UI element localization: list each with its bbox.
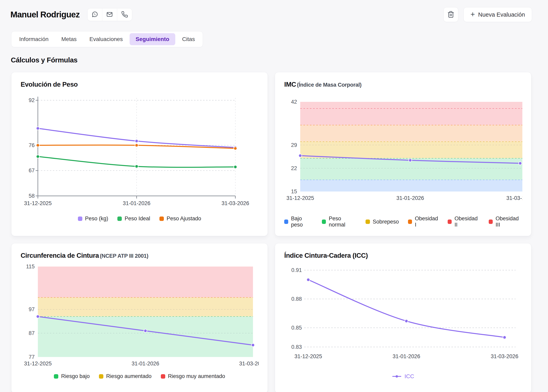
legend-label: Sobrepeso — [373, 219, 399, 225]
weight-evolution-chart: 5867769231-12-202531-01-202631-03-2026 — [21, 90, 259, 213]
svg-text:0.83: 0.83 — [291, 344, 302, 350]
svg-text:29: 29 — [291, 142, 297, 148]
legend-item: Riesgo muy aumentado — [161, 373, 225, 379]
svg-text:115: 115 — [26, 264, 35, 270]
svg-text:31-03-2026: 31-03-2026 — [491, 353, 518, 359]
legend-swatch-icon — [284, 219, 288, 224]
svg-text:31-12-2025: 31-12-2025 — [24, 361, 52, 367]
legend-label: Bajo peso — [291, 216, 313, 228]
legend-swatch-icon — [78, 217, 82, 221]
legend-item: Obesidad III — [489, 216, 522, 228]
delete-button[interactable] — [443, 7, 458, 22]
svg-text:31-12-2025: 31-12-2025 — [286, 195, 314, 201]
phone-button[interactable] — [117, 8, 132, 21]
tab-informacion[interactable]: Información — [13, 33, 54, 45]
legend-label: Peso (kg) — [85, 216, 108, 222]
svg-text:42: 42 — [291, 99, 297, 105]
bmi-title: IMC (Índice de Masa Corporal) — [284, 81, 522, 88]
waist-circumference-card: Circunferencia de Cintura (NCEP ATP III … — [11, 243, 268, 392]
svg-text:77: 77 — [29, 354, 35, 360]
weight-evolution-legend: Peso (kg)Peso IdealPeso Ajustado — [21, 216, 258, 222]
tab-metas[interactable]: Metas — [55, 33, 83, 45]
legend-item: ICC — [392, 373, 414, 380]
legend-swatch-icon — [54, 374, 58, 378]
plus-icon: + — [470, 10, 475, 18]
legend-item: Peso (kg) — [78, 216, 108, 222]
svg-text:31-03-2026: 31-03-2026 — [239, 361, 259, 367]
svg-text:0.91: 0.91 — [291, 267, 302, 273]
svg-text:87: 87 — [29, 330, 35, 336]
waist-circumference-title: Circunferencia de Cintura (NCEP ATP III … — [21, 252, 258, 259]
legend-swatch-icon — [489, 219, 493, 224]
bmi-chart: 1522294231-12-202531-01-202631-03-2026 — [284, 90, 522, 213]
svg-text:31-01-2026: 31-01-2026 — [123, 200, 151, 206]
waist-hip-ratio-card: Índice Cintura-Cadera (ICC) 0.830.850.88… — [275, 243, 531, 392]
svg-text:31-12-2025: 31-12-2025 — [295, 353, 322, 359]
legend-swatch-icon — [448, 219, 452, 224]
whatsapp-icon — [91, 11, 98, 18]
legend-item: Bajo peso — [284, 216, 313, 228]
section-title: Cálculos y Fórmulas — [11, 56, 548, 64]
legend-item: Sobrepeso — [366, 219, 399, 225]
waist-hip-ratio-legend: ICC — [284, 373, 522, 380]
legend-swatch-icon — [161, 374, 165, 378]
contact-button-group — [87, 8, 132, 21]
waist-hip-ratio-title: Índice Cintura-Cadera (ICC) — [284, 252, 522, 259]
svg-text:15: 15 — [291, 189, 297, 195]
legend-label: ICC — [404, 373, 414, 380]
bmi-card: IMC (Índice de Masa Corporal) 1522294231… — [275, 72, 531, 236]
charts-grid: Evolución de Peso 5867769231-12-202531-0… — [11, 72, 548, 392]
bmi-legend: Bajo pesoPeso normalSobrepesoObesidad IO… — [284, 216, 522, 228]
legend-item: Peso Ideal — [117, 216, 150, 222]
legend-label: Obesidad I — [415, 216, 439, 228]
tabbar: InformaciónMetasEvaluacionesSeguimientoC… — [11, 31, 203, 47]
mail-icon — [106, 11, 113, 18]
legend-label: Riesgo muy aumentado — [168, 373, 225, 379]
legend-swatch-icon — [366, 219, 370, 224]
legend-label: Peso normal — [329, 216, 356, 228]
weight-evolution-title: Evolución de Peso — [21, 81, 258, 88]
svg-text:31-12-2025: 31-12-2025 — [24, 200, 52, 206]
patient-name: Manuel Rodriguez — [10, 10, 80, 19]
svg-text:58: 58 — [29, 193, 35, 199]
legend-swatch-icon — [408, 219, 412, 224]
legend-label: Riesgo bajo — [61, 373, 90, 379]
waist-circumference-legend: Riesgo bajoRiesgo aumentadoRiesgo muy au… — [21, 373, 258, 379]
legend-label: Peso Ideal — [125, 216, 150, 222]
page: Manuel Rodriguez — [0, 0, 548, 392]
svg-text:22: 22 — [291, 165, 297, 171]
tab-citas[interactable]: Citas — [176, 33, 201, 45]
svg-text:92: 92 — [29, 97, 35, 103]
legend-item: Riesgo aumentado — [99, 373, 152, 379]
svg-text:31-01-2026: 31-01-2026 — [396, 195, 424, 201]
email-button[interactable] — [102, 8, 117, 21]
weight-evolution-card: Evolución de Peso 5867769231-12-202531-0… — [11, 72, 268, 236]
legend-label: Peso Ajustado — [167, 216, 201, 222]
svg-text:0.88: 0.88 — [291, 296, 302, 302]
legend-swatch-icon — [159, 217, 164, 221]
svg-text:97: 97 — [29, 306, 35, 312]
tab-evaluaciones[interactable]: Evaluaciones — [84, 33, 129, 45]
trash-icon — [447, 11, 454, 19]
svg-text:31-01-2026: 31-01-2026 — [393, 353, 420, 359]
waist-hip-ratio-chart: 0.830.850.880.9131-12-202531-01-202631-0… — [284, 261, 522, 370]
svg-text:31-03-2026: 31-03-2026 — [222, 200, 249, 206]
legend-label: Riesgo aumentado — [106, 373, 152, 379]
legend-item: Peso Ajustado — [159, 216, 201, 222]
legend-item: Peso normal — [322, 216, 356, 228]
svg-text:31-03-2026: 31-03-2026 — [506, 195, 522, 201]
legend-swatch-icon — [322, 219, 326, 224]
waist-circumference-chart: 77879711531-12-202531-01-202631-03-2026 — [21, 261, 259, 370]
phone-icon — [121, 11, 128, 18]
legend-label: Obesidad III — [496, 216, 522, 228]
whatsapp-button[interactable] — [87, 8, 102, 21]
svg-text:76: 76 — [29, 142, 35, 148]
legend-item: Riesgo bajo — [54, 373, 90, 379]
legend-swatch-icon — [99, 374, 103, 378]
new-evaluation-button[interactable]: + Nueva Evaluación — [463, 7, 532, 22]
legend-swatch-icon — [117, 217, 122, 221]
svg-text:67: 67 — [29, 168, 35, 174]
legend-item: Obesidad II — [448, 216, 479, 228]
tab-seguimiento[interactable]: Seguimiento — [130, 33, 175, 45]
new-evaluation-label: Nueva Evaluación — [478, 11, 525, 18]
